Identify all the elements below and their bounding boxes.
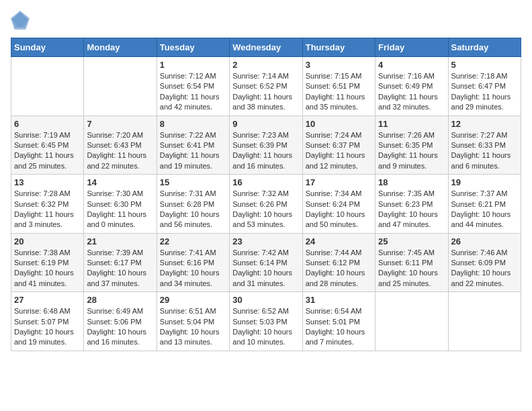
- calendar-cell: 22Sunrise: 7:41 AMSunset: 6:16 PMDayligh…: [157, 233, 229, 292]
- svg-marker-2: [11, 11, 30, 30]
- calendar-cell: [448, 292, 521, 351]
- day-number: 5: [451, 60, 518, 70]
- day-number: 28: [87, 295, 153, 305]
- day-info: Sunrise: 7:45 AMSunset: 6:11 PMDaylight:…: [378, 248, 445, 289]
- calendar-header-row: SundayMondayTuesdayWednesdayThursdayFrid…: [11, 38, 521, 57]
- day-info: Sunrise: 7:38 AMSunset: 6:19 PMDaylight:…: [14, 248, 81, 289]
- day-of-week-header: Saturday: [448, 38, 521, 57]
- day-info: Sunrise: 7:37 AMSunset: 6:21 PMDaylight:…: [451, 189, 518, 230]
- logo: [11, 11, 32, 30]
- day-info: Sunrise: 6:48 AMSunset: 5:07 PMDaylight:…: [14, 306, 81, 348]
- calendar-cell: 28Sunrise: 6:49 AMSunset: 5:06 PMDayligh…: [84, 292, 157, 351]
- calendar-cell: 5Sunrise: 7:18 AMSunset: 6:47 PMDaylight…: [448, 57, 521, 116]
- day-number: 2: [232, 60, 299, 70]
- calendar-cell: 2Sunrise: 7:14 AMSunset: 6:52 PMDaylight…: [230, 57, 302, 116]
- day-number: 10: [306, 119, 372, 129]
- day-info: Sunrise: 7:16 AMSunset: 6:49 PMDaylight:…: [378, 71, 445, 113]
- calendar-cell: 19Sunrise: 7:37 AMSunset: 6:21 PMDayligh…: [448, 175, 521, 234]
- day-of-week-header: Thursday: [302, 38, 375, 57]
- day-number: 11: [378, 119, 445, 129]
- calendar-cell: 12Sunrise: 7:27 AMSunset: 6:33 PMDayligh…: [448, 116, 521, 175]
- day-info: Sunrise: 7:34 AMSunset: 6:24 PMDaylight:…: [306, 189, 372, 230]
- day-number: 8: [160, 119, 226, 129]
- calendar-cell: 26Sunrise: 7:46 AMSunset: 6:09 PMDayligh…: [448, 233, 521, 292]
- calendar-cell: 9Sunrise: 7:23 AMSunset: 6:39 PMDaylight…: [230, 116, 302, 175]
- calendar-cell: [375, 292, 448, 351]
- calendar-cell: 20Sunrise: 7:38 AMSunset: 6:19 PMDayligh…: [11, 233, 84, 292]
- day-info: Sunrise: 7:44 AMSunset: 6:12 PMDaylight:…: [306, 248, 372, 289]
- day-info: Sunrise: 7:18 AMSunset: 6:47 PMDaylight:…: [451, 71, 518, 113]
- calendar-cell: 16Sunrise: 7:32 AMSunset: 6:26 PMDayligh…: [230, 175, 302, 234]
- calendar-week-row: 20Sunrise: 7:38 AMSunset: 6:19 PMDayligh…: [11, 233, 521, 292]
- calendar-cell: 17Sunrise: 7:34 AMSunset: 6:24 PMDayligh…: [302, 175, 375, 234]
- day-info: Sunrise: 6:54 AMSunset: 5:01 PMDaylight:…: [306, 306, 372, 348]
- day-info: Sunrise: 7:41 AMSunset: 6:16 PMDaylight:…: [160, 248, 226, 289]
- calendar-cell: [11, 57, 84, 116]
- calendar-cell: 10Sunrise: 7:24 AMSunset: 6:37 PMDayligh…: [302, 116, 375, 175]
- day-number: 16: [232, 177, 299, 187]
- page-header: [11, 11, 521, 30]
- day-number: 30: [232, 295, 299, 305]
- calendar-cell: 18Sunrise: 7:35 AMSunset: 6:23 PMDayligh…: [375, 175, 448, 234]
- calendar-week-row: 1Sunrise: 7:12 AMSunset: 6:54 PMDaylight…: [11, 57, 521, 116]
- day-number: 7: [87, 119, 153, 129]
- day-info: Sunrise: 7:39 AMSunset: 6:17 PMDaylight:…: [87, 248, 153, 289]
- day-number: 15: [160, 177, 226, 187]
- calendar-cell: 23Sunrise: 7:42 AMSunset: 6:14 PMDayligh…: [230, 233, 302, 292]
- calendar-cell: 3Sunrise: 7:15 AMSunset: 6:51 PMDaylight…: [302, 57, 375, 116]
- day-number: 19: [451, 177, 518, 187]
- day-info: Sunrise: 7:23 AMSunset: 6:39 PMDaylight:…: [232, 130, 299, 172]
- calendar-week-row: 27Sunrise: 6:48 AMSunset: 5:07 PMDayligh…: [11, 292, 521, 351]
- calendar-cell: 31Sunrise: 6:54 AMSunset: 5:01 PMDayligh…: [302, 292, 375, 351]
- calendar-week-row: 6Sunrise: 7:19 AMSunset: 6:45 PMDaylight…: [11, 116, 521, 175]
- day-number: 12: [451, 119, 518, 129]
- day-info: Sunrise: 7:28 AMSunset: 6:32 PMDaylight:…: [14, 189, 81, 230]
- day-number: 24: [306, 236, 372, 246]
- day-info: Sunrise: 7:42 AMSunset: 6:14 PMDaylight:…: [232, 248, 299, 289]
- calendar-cell: 4Sunrise: 7:16 AMSunset: 6:49 PMDaylight…: [375, 57, 448, 116]
- day-info: Sunrise: 7:20 AMSunset: 6:43 PMDaylight:…: [87, 130, 153, 172]
- day-number: 21: [87, 236, 153, 246]
- day-number: 1: [160, 60, 226, 70]
- day-of-week-header: Tuesday: [157, 38, 229, 57]
- day-of-week-header: Wednesday: [230, 38, 302, 57]
- day-number: 17: [306, 177, 372, 187]
- day-info: Sunrise: 6:51 AMSunset: 5:04 PMDaylight:…: [160, 306, 226, 348]
- day-of-week-header: Sunday: [11, 38, 84, 57]
- day-number: 25: [378, 236, 445, 246]
- day-number: 29: [160, 295, 226, 305]
- day-info: Sunrise: 7:22 AMSunset: 6:41 PMDaylight:…: [160, 130, 226, 172]
- calendar-cell: 1Sunrise: 7:12 AMSunset: 6:54 PMDaylight…: [157, 57, 229, 116]
- day-number: 31: [306, 295, 372, 305]
- day-info: Sunrise: 7:26 AMSunset: 6:35 PMDaylight:…: [378, 130, 445, 172]
- day-info: Sunrise: 6:52 AMSunset: 5:03 PMDaylight:…: [232, 306, 299, 348]
- calendar-cell: 25Sunrise: 7:45 AMSunset: 6:11 PMDayligh…: [375, 233, 448, 292]
- calendar-cell: 29Sunrise: 6:51 AMSunset: 5:04 PMDayligh…: [157, 292, 229, 351]
- calendar-table: SundayMondayTuesdayWednesdayThursdayFrid…: [11, 38, 521, 351]
- day-number: 6: [14, 119, 81, 129]
- day-number: 26: [451, 236, 518, 246]
- day-info: Sunrise: 7:24 AMSunset: 6:37 PMDaylight:…: [306, 130, 372, 172]
- calendar-week-row: 13Sunrise: 7:28 AMSunset: 6:32 PMDayligh…: [11, 175, 521, 234]
- calendar-cell: 24Sunrise: 7:44 AMSunset: 6:12 PMDayligh…: [302, 233, 375, 292]
- calendar-cell: 14Sunrise: 7:30 AMSunset: 6:30 PMDayligh…: [84, 175, 157, 234]
- calendar-cell: 15Sunrise: 7:31 AMSunset: 6:28 PMDayligh…: [157, 175, 229, 234]
- calendar-cell: 6Sunrise: 7:19 AMSunset: 6:45 PMDaylight…: [11, 116, 84, 175]
- day-of-week-header: Monday: [84, 38, 157, 57]
- calendar-cell: 11Sunrise: 7:26 AMSunset: 6:35 PMDayligh…: [375, 116, 448, 175]
- day-number: 4: [378, 60, 445, 70]
- calendar-cell: [84, 57, 157, 116]
- day-number: 18: [378, 177, 445, 187]
- calendar-cell: 7Sunrise: 7:20 AMSunset: 6:43 PMDaylight…: [84, 116, 157, 175]
- calendar-cell: 13Sunrise: 7:28 AMSunset: 6:32 PMDayligh…: [11, 175, 84, 234]
- day-number: 22: [160, 236, 226, 246]
- calendar-cell: 8Sunrise: 7:22 AMSunset: 6:41 PMDaylight…: [157, 116, 229, 175]
- day-number: 27: [14, 295, 81, 305]
- day-of-week-header: Friday: [375, 38, 448, 57]
- day-number: 13: [14, 177, 81, 187]
- day-number: 9: [232, 119, 299, 129]
- day-info: Sunrise: 7:15 AMSunset: 6:51 PMDaylight:…: [306, 71, 372, 113]
- day-info: Sunrise: 7:46 AMSunset: 6:09 PMDaylight:…: [451, 248, 518, 289]
- calendar-cell: 27Sunrise: 6:48 AMSunset: 5:07 PMDayligh…: [11, 292, 84, 351]
- day-info: Sunrise: 7:32 AMSunset: 6:26 PMDaylight:…: [232, 189, 299, 230]
